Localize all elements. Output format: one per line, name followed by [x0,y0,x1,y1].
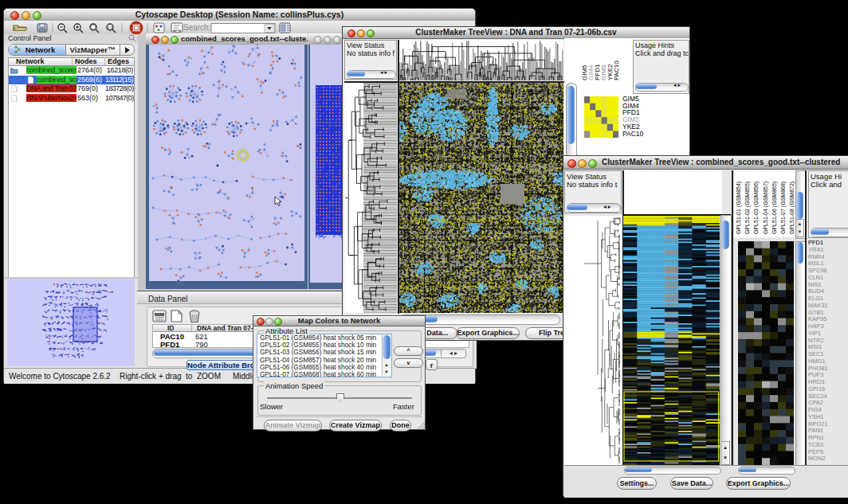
svg-text:1:1: 1:1 [108,25,113,30]
svg-text:Search:: Search: [183,23,210,32]
